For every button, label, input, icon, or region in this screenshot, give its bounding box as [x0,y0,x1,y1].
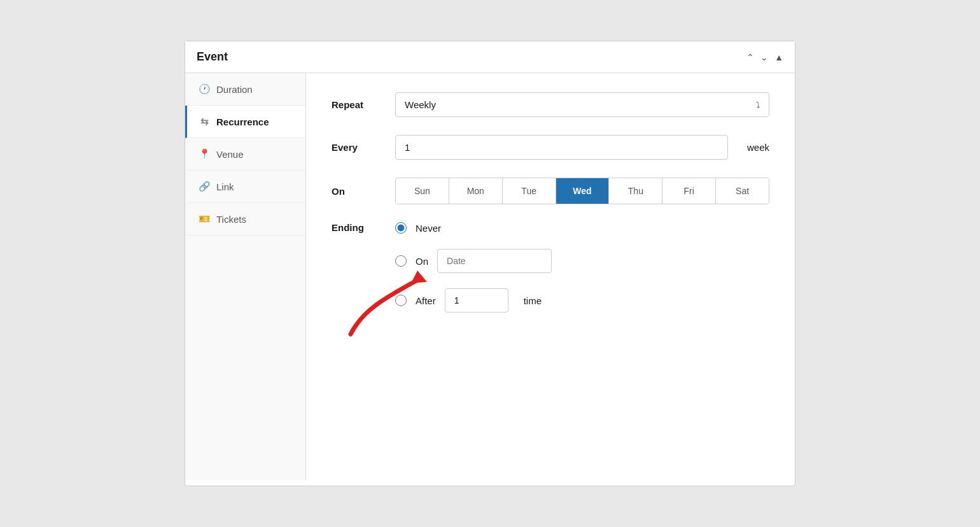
day-mon[interactable]: Mon [449,178,503,204]
recurrence-icon: ⇆ [199,116,210,127]
day-buttons: Sun Mon Tue Wed Thu Fri Sat [395,178,769,204]
every-input[interactable] [395,135,728,160]
day-wed[interactable]: Wed [556,178,610,204]
collapse-up-icon[interactable]: ⌃ [746,52,754,62]
panel-header: Event ⌃ ⌄ ▲ [185,41,795,73]
every-suffix: week [747,142,769,153]
ending-on-label: On [416,256,428,267]
repeat-select-wrapper: Daily Weekly Monthly Yearly ⤵ [395,92,769,117]
every-input-wrapper [395,135,728,160]
day-sat[interactable]: Sat [716,178,769,204]
ending-options: Never On After time [395,222,552,313]
ending-after-row: After time [395,288,552,313]
event-panel: Event ⌃ ⌄ ▲ 🕐 Duration ⇆ Recurrence 📍 Ve… [185,41,795,486]
repeat-row: Repeat Daily Weekly Monthly Yearly ⤵ [332,92,769,117]
sidebar-item-tickets-label: Tickets [216,214,246,225]
header-controls: ⌃ ⌄ ▲ [746,52,783,62]
sidebar-item-link-label: Link [216,181,234,192]
repeat-label: Repeat [332,99,382,110]
on-row: On Sun Mon Tue Wed Thu Fri Sat [332,178,769,204]
ending-row: Ending Never On [332,222,769,313]
ending-label: Ending [332,222,382,233]
every-label: Every [332,142,382,153]
clock-icon: 🕐 [199,83,210,95]
sidebar-item-recurrence[interactable]: ⇆ Recurrence [185,106,305,138]
panel-body: 🕐 Duration ⇆ Recurrence 📍 Venue 🔗 Link 🎫… [185,73,795,481]
main-content: Repeat Daily Weekly Monthly Yearly ⤵ Eve… [306,73,795,481]
day-tue[interactable]: Tue [503,178,556,204]
repeat-select[interactable]: Daily Weekly Monthly Yearly [395,92,769,117]
ending-after-suffix: time [524,295,542,306]
sidebar-item-venue[interactable]: 📍 Venue [185,138,305,171]
on-label: On [332,186,382,197]
day-fri[interactable]: Fri [662,178,716,204]
link-icon: 🔗 [199,181,210,192]
tickets-icon: 🎫 [199,213,210,225]
sidebar-item-duration[interactable]: 🕐 Duration [185,73,305,106]
sidebar-item-recurrence-label: Recurrence [216,116,269,127]
day-buttons-wrapper: Sun Mon Tue Wed Thu Fri Sat [395,178,769,204]
ending-never-row: Never [395,222,552,234]
day-sun[interactable]: Sun [396,178,449,204]
sidebar-item-venue-label: Venue [216,149,244,160]
pin-icon: 📍 [199,148,210,160]
ending-after-radio[interactable] [395,295,407,306]
every-row: Every week [332,135,769,160]
ending-never-radio[interactable] [395,222,407,234]
ending-after-label: After [416,295,436,306]
sidebar: 🕐 Duration ⇆ Recurrence 📍 Venue 🔗 Link 🎫… [185,73,306,481]
collapse-icon[interactable]: ▲ [774,52,783,62]
ending-on-row: On [395,249,552,273]
ending-never-label: Never [416,223,441,234]
sidebar-item-duration-label: Duration [216,84,253,95]
sidebar-item-tickets[interactable]: 🎫 Tickets [185,203,305,235]
ending-on-radio[interactable] [395,255,407,267]
ending-after-count-input[interactable] [445,288,508,313]
panel-title: Event [197,50,228,64]
collapse-down-icon[interactable]: ⌄ [760,52,768,62]
sidebar-item-link[interactable]: 🔗 Link [185,171,305,203]
ending-on-date-input[interactable] [437,249,552,273]
day-thu[interactable]: Thu [609,178,662,204]
